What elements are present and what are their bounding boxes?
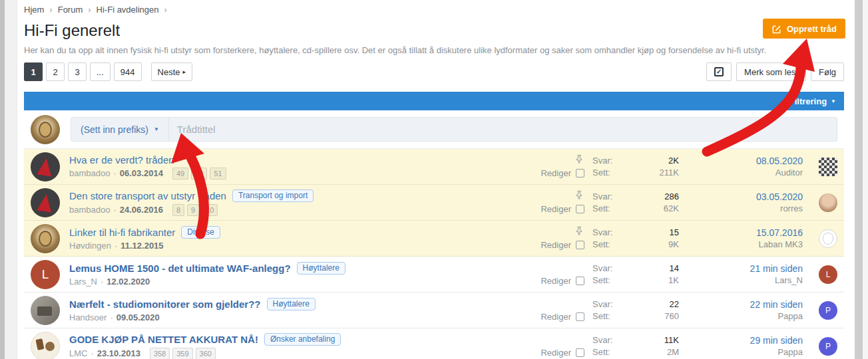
page-ellipsis[interactable]: ... bbox=[90, 62, 110, 81]
last-user: Lars_N bbox=[679, 275, 803, 285]
last-activity-link[interactable]: 03.05.2020 bbox=[679, 191, 803, 202]
checkbox-checked-icon: ✓ bbox=[714, 67, 724, 76]
views-count: 760 bbox=[610, 311, 679, 321]
page-chip[interactable]: 359 bbox=[172, 348, 192, 359]
thread-title-link[interactable]: Lemus HOME 1500 - det ultimate WAF-anleg… bbox=[69, 263, 291, 274]
breadcrumb-section[interactable]: Hi-Fi avdelingen bbox=[97, 5, 159, 15]
views-count: 9K bbox=[610, 239, 679, 249]
avatar[interactable] bbox=[31, 224, 60, 253]
page-chip[interactable]: 49 bbox=[172, 168, 188, 180]
breadcrumb-forum[interactable]: Forum bbox=[58, 5, 83, 15]
last-user: Pappa bbox=[679, 311, 803, 321]
avatar[interactable] bbox=[31, 152, 60, 181]
last-user-avatar[interactable]: P bbox=[819, 337, 837, 356]
replies-label: Svar: bbox=[592, 156, 612, 166]
thread-title-link[interactable]: GODE KJØP PÅ NETTET AKKURAT NÅ! bbox=[69, 334, 258, 345]
edit-pencil-icon bbox=[771, 24, 781, 34]
thread-checkbox[interactable] bbox=[576, 277, 584, 285]
pin-icon bbox=[574, 190, 584, 199]
edit-link[interactable]: Rediger bbox=[541, 276, 571, 286]
thread-checkbox[interactable] bbox=[576, 241, 584, 249]
breadcrumb-home[interactable]: Hjem bbox=[24, 5, 44, 15]
page-title: Hi-Fi generelt bbox=[24, 21, 844, 40]
last-user-avatar[interactable]: P bbox=[819, 301, 837, 320]
avatar[interactable] bbox=[31, 296, 60, 325]
thread-author[interactable]: bambadoo bbox=[69, 168, 110, 178]
forum-page: Hjem › Forum › Hi-Fi avdelingen › Hi-Fi … bbox=[0, 0, 868, 359]
page-button-2[interactable]: 2 bbox=[46, 62, 65, 81]
edit-link[interactable]: Rediger bbox=[541, 240, 571, 250]
last-user-avatar[interactable] bbox=[819, 158, 837, 176]
mark-read-button[interactable]: Merk som lest bbox=[736, 62, 806, 81]
breadcrumb: Hjem › Forum › Hi-Fi avdelingen › bbox=[24, 0, 844, 15]
pin-icon bbox=[574, 226, 584, 235]
avatar[interactable] bbox=[31, 188, 60, 217]
caret-right-icon: ▸ bbox=[183, 68, 186, 75]
prefix-badge[interactable]: Transport og import bbox=[232, 189, 314, 202]
avatar[interactable]: L bbox=[31, 260, 60, 289]
bird-avatar-shape bbox=[37, 157, 53, 176]
thread-row: Linker til hi-fi fabrikanter Diverse Høv… bbox=[24, 221, 844, 257]
last-activity-link[interactable]: 21 min siden bbox=[679, 263, 803, 274]
thread-author[interactable]: Lars_N bbox=[69, 277, 97, 287]
thread-author[interactable]: Høvdingen bbox=[69, 241, 111, 251]
thread-title-link[interactable]: Linker til hi-fi fabrikanter bbox=[69, 227, 175, 238]
last-activity-link[interactable]: 22 min siden bbox=[679, 299, 803, 310]
prefix-select[interactable]: (Sett inn prefiks) ▼ bbox=[71, 118, 169, 141]
thread-date: 24.06.2016 bbox=[120, 205, 163, 215]
page-chip[interactable]: 10 bbox=[202, 204, 218, 216]
thread-date: 11.12.2015 bbox=[120, 241, 163, 251]
thread-row: Hva er de verdt? tråden bambadoo · 06.03… bbox=[24, 149, 844, 185]
prefix-badge[interactable]: Høyttalere bbox=[297, 262, 345, 275]
scrollbar-strip[interactable] bbox=[855, 0, 863, 359]
last-user-avatar[interactable] bbox=[819, 193, 837, 212]
page-chip[interactable]: 360 bbox=[196, 348, 216, 359]
last-user-avatar[interactable]: L bbox=[819, 265, 837, 284]
page-button-944[interactable]: 944 bbox=[114, 62, 142, 81]
thread-checkbox[interactable] bbox=[576, 348, 584, 357]
prefix-badge[interactable]: Høyttalere bbox=[267, 298, 316, 310]
edit-link[interactable]: Rediger bbox=[541, 312, 571, 322]
page-chip[interactable]: 51 bbox=[210, 168, 226, 180]
thread-author[interactable]: bambadoo bbox=[69, 205, 110, 215]
left-gutter bbox=[5, 0, 17, 359]
thread-author[interactable]: LMC bbox=[69, 348, 87, 358]
prefix-badge[interactable]: Ønsker anbefaling bbox=[264, 333, 341, 346]
last-activity-link[interactable]: 29 min siden bbox=[679, 335, 803, 346]
page-chip[interactable]: 50 bbox=[191, 168, 207, 180]
page-button-3[interactable]: 3 bbox=[68, 62, 87, 81]
avatar[interactable] bbox=[31, 332, 60, 359]
thread-title-link[interactable]: Hva er de verdt? tråden bbox=[69, 154, 174, 166]
last-activity-link[interactable]: 15.07.2016 bbox=[679, 227, 803, 238]
thread-title-link[interactable]: Nærfelt - studiomonitorer som gjelder?? bbox=[69, 299, 261, 310]
meta-separator: · bbox=[113, 205, 116, 215]
follow-button[interactable]: Følg bbox=[811, 62, 844, 81]
create-thread-button[interactable]: Opprett tråd bbox=[763, 19, 845, 39]
select-all-button[interactable]: ✓ bbox=[706, 62, 732, 81]
thread-checkbox[interactable] bbox=[576, 169, 584, 178]
page-button-1[interactable]: 1 bbox=[24, 62, 43, 81]
thread-author[interactable]: Handsoer bbox=[69, 312, 107, 322]
filter-bar[interactable]: Filtrering ▼ bbox=[24, 92, 844, 110]
views-label: Sett: bbox=[592, 347, 610, 357]
caret-down-icon: ▼ bbox=[154, 126, 159, 132]
edit-link[interactable]: Rediger bbox=[541, 204, 571, 214]
replies-count: 22 bbox=[612, 299, 679, 309]
last-user-avatar[interactable] bbox=[819, 229, 837, 248]
thread-title-input[interactable] bbox=[169, 118, 837, 141]
edit-link[interactable]: Rediger bbox=[541, 168, 571, 178]
current-user-avatar[interactable] bbox=[31, 115, 60, 144]
edit-link[interactable]: Rediger bbox=[541, 348, 571, 358]
thread-checkbox[interactable] bbox=[576, 205, 584, 213]
chevron-right-icon: › bbox=[88, 5, 91, 15]
last-activity-link[interactable]: 08.05.2020 bbox=[679, 156, 803, 166]
prefix-badge[interactable]: Diverse bbox=[181, 226, 220, 239]
chevron-right-icon: › bbox=[49, 5, 52, 15]
page-chip[interactable]: 9 bbox=[187, 204, 199, 216]
next-label: Neste bbox=[158, 67, 180, 77]
page-chip[interactable]: 358 bbox=[150, 348, 170, 359]
next-page-button[interactable]: Neste ▸ bbox=[151, 62, 193, 81]
page-chip[interactable]: 8 bbox=[172, 204, 184, 216]
thread-title-link[interactable]: Den store transport av utstyr tråden bbox=[69, 190, 226, 201]
thread-checkbox[interactable] bbox=[576, 312, 584, 321]
